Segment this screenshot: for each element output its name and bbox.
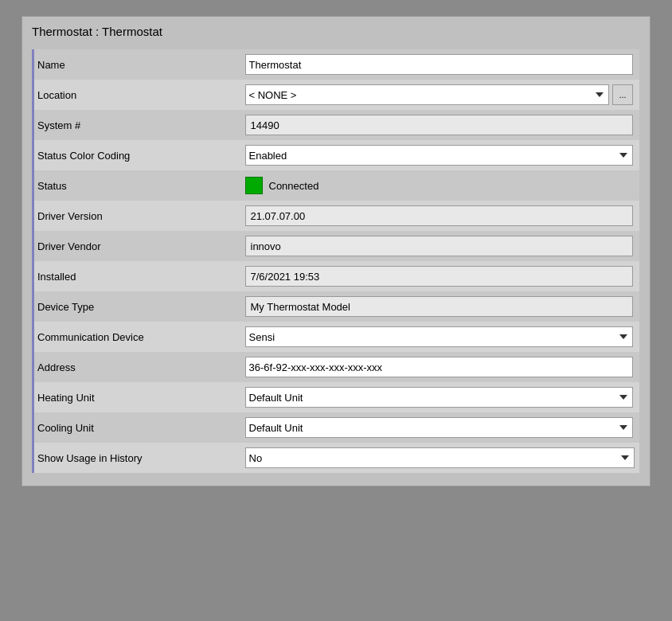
comm-device-row: Communication Device Sensi: [33, 322, 639, 352]
location-browse-button[interactable]: ...: [612, 84, 633, 105]
cooling-unit-row: Cooling Unit Default Unit: [33, 412, 639, 443]
show-usage-row: Show Usage in History No: [33, 443, 639, 473]
name-row: Name: [33, 49, 639, 80]
installed-row: Installed 7/6/2021 19:53: [33, 261, 639, 291]
heating-unit-row: Heating Unit Default Unit: [33, 382, 639, 412]
device-type-row: Device Type My Thermostat Model: [33, 291, 639, 322]
status-color-row: Status Color Coding Enabled: [33, 140, 639, 170]
status-row: Status Connected: [33, 170, 639, 201]
system-value-cell: 14490: [240, 110, 639, 140]
device-type-label: Device Type: [33, 291, 240, 322]
name-label: Name: [33, 49, 240, 80]
status-text: Connected: [269, 180, 319, 192]
name-input[interactable]: [245, 54, 634, 75]
cooling-unit-select[interactable]: Default Unit: [245, 417, 634, 438]
heating-unit-label: Heating Unit: [33, 382, 240, 412]
system-value: 14490: [245, 115, 634, 135]
system-row: System # 14490: [33, 110, 639, 140]
status-field-group: Connected: [245, 177, 634, 194]
status-value-cell: Connected: [240, 170, 639, 201]
panel-title: Thermostat : Thermostat: [32, 25, 640, 41]
location-value-cell: < NONE > ...: [240, 80, 639, 110]
driver-vendor-value: innovo: [245, 236, 634, 256]
show-usage-label: Show Usage in History: [33, 443, 240, 473]
device-type-value-cell: My Thermostat Model: [240, 291, 639, 322]
name-value-cell: [240, 49, 639, 80]
heating-unit-value-cell: Default Unit: [240, 382, 639, 412]
form-table: Name Location < NONE > ...: [32, 49, 640, 473]
location-row: Location < NONE > ...: [33, 80, 639, 110]
heating-unit-select[interactable]: Default Unit: [245, 387, 634, 408]
location-select[interactable]: < NONE >: [245, 84, 610, 105]
device-type-value: My Thermostat Model: [245, 296, 634, 317]
driver-version-value: 21.07.07.00: [245, 205, 634, 226]
cooling-unit-value-cell: Default Unit: [240, 412, 639, 443]
status-color-select[interactable]: Enabled: [245, 145, 634, 166]
comm-device-select[interactable]: Sensi: [245, 326, 634, 347]
address-row: Address: [33, 352, 639, 382]
comm-device-label: Communication Device: [33, 322, 240, 352]
driver-vendor-label: Driver Vendor: [33, 231, 240, 261]
installed-label: Installed: [33, 261, 240, 291]
driver-vendor-row: Driver Vendor innovo: [33, 231, 639, 261]
status-color-label: Status Color Coding: [33, 140, 240, 170]
system-label: System #: [33, 110, 240, 140]
main-panel: Thermostat : Thermostat Name Location < …: [21, 16, 651, 486]
location-label: Location: [33, 80, 240, 110]
location-field-group: < NONE > ...: [245, 84, 634, 105]
cooling-unit-label: Cooling Unit: [33, 412, 240, 443]
installed-value-cell: 7/6/2021 19:53: [240, 261, 639, 291]
driver-vendor-value-cell: innovo: [240, 231, 639, 261]
address-input[interactable]: [245, 357, 634, 377]
driver-version-row: Driver Version 21.07.07.00: [33, 201, 639, 231]
address-value-cell: [240, 352, 639, 382]
driver-version-label: Driver Version: [33, 201, 240, 231]
comm-device-value-cell: Sensi: [240, 322, 639, 352]
address-label: Address: [33, 352, 240, 382]
status-label: Status: [33, 170, 240, 201]
status-indicator-icon: [245, 177, 263, 194]
driver-version-value-cell: 21.07.07.00: [240, 201, 639, 231]
installed-value: 7/6/2021 19:53: [245, 266, 634, 287]
show-usage-value-cell: No: [240, 443, 639, 473]
status-color-value-cell: Enabled: [240, 140, 639, 170]
show-usage-select[interactable]: No: [245, 447, 635, 468]
